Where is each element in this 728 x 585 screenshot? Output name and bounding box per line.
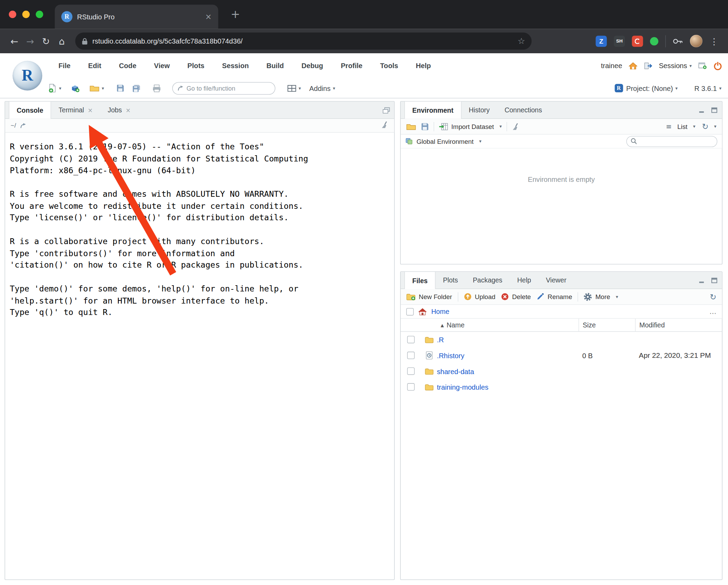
maximize-pane-icon[interactable] bbox=[711, 107, 718, 113]
environment-search-input[interactable] bbox=[639, 138, 713, 145]
clear-environment-broom-icon[interactable] bbox=[512, 123, 520, 130]
tab-files[interactable]: Files bbox=[404, 272, 436, 289]
macos-minimize-button[interactable] bbox=[22, 11, 29, 18]
tab-close-icon[interactable]: × bbox=[205, 13, 212, 21]
new-folder-button[interactable]: New Folder bbox=[406, 293, 452, 301]
tab-packages[interactable]: Packages bbox=[465, 272, 510, 288]
close-icon[interactable]: × bbox=[88, 106, 93, 113]
show-directory-icon[interactable] bbox=[20, 123, 26, 128]
home-icon[interactable] bbox=[418, 308, 427, 315]
panes-layout-button[interactable]: ▾ bbox=[288, 85, 301, 92]
load-workspace-icon[interactable] bbox=[406, 123, 416, 130]
file-link[interactable]: .R bbox=[437, 336, 444, 344]
list-view-button[interactable]: ≡ List ▾ bbox=[666, 122, 695, 131]
tab-terminal[interactable]: Terminal × bbox=[51, 102, 100, 118]
select-all-checkbox[interactable] bbox=[406, 308, 413, 315]
more-menu[interactable]: More ▾ bbox=[584, 292, 618, 301]
maximize-pane-icon[interactable] bbox=[383, 107, 390, 113]
quit-session-icon[interactable] bbox=[713, 61, 722, 71]
back-icon[interactable]: ← bbox=[7, 36, 22, 47]
browser-home-icon[interactable]: ⌂ bbox=[54, 36, 70, 47]
print-button[interactable] bbox=[152, 84, 161, 92]
refresh-files-icon[interactable]: ↻ bbox=[710, 292, 716, 301]
menubar-item-view[interactable]: View bbox=[154, 62, 170, 69]
column-header-name[interactable]: ▲ Name bbox=[437, 319, 579, 331]
maximize-pane-icon[interactable] bbox=[711, 277, 718, 283]
new-file-button[interactable]: ▾ bbox=[48, 84, 62, 93]
rename-button[interactable]: Rename bbox=[536, 293, 572, 301]
import-dataset-button[interactable]: Import Dataset ▾ bbox=[439, 123, 502, 130]
breadcrumb-more-button[interactable]: … bbox=[709, 307, 716, 316]
menubar-item-help[interactable]: Help bbox=[416, 62, 431, 69]
row-checkbox[interactable] bbox=[407, 368, 415, 375]
close-icon[interactable]: × bbox=[126, 106, 131, 113]
new-tab-button[interactable]: + bbox=[228, 7, 244, 21]
row-checkbox[interactable] bbox=[407, 352, 415, 359]
browser-tab[interactable]: R RStudio Pro × bbox=[55, 4, 218, 29]
tab-jobs-label: Jobs bbox=[108, 106, 122, 113]
new-project-button[interactable] bbox=[71, 84, 79, 92]
column-header-modified[interactable]: Modified bbox=[635, 319, 722, 331]
macos-zoom-button[interactable] bbox=[36, 11, 43, 18]
menubar-item-code[interactable]: Code bbox=[119, 62, 136, 69]
column-header-size[interactable]: Size bbox=[579, 319, 635, 331]
file-link[interactable]: shared-data bbox=[437, 367, 474, 375]
menubar-item-build[interactable]: Build bbox=[266, 62, 284, 69]
tab-jobs[interactable]: Jobs × bbox=[100, 102, 138, 118]
macos-close-button[interactable] bbox=[9, 11, 16, 18]
environment-scope-row: Global Environment ▾ bbox=[401, 134, 722, 148]
extension-sh-icon[interactable]: SH bbox=[614, 36, 625, 47]
user-home-icon[interactable] bbox=[629, 62, 637, 69]
minimize-pane-icon[interactable] bbox=[698, 107, 705, 113]
key-icon[interactable] bbox=[673, 38, 683, 44]
delete-button[interactable]: Delete bbox=[501, 293, 531, 301]
rstudio-header: R File Edit Code View Plots Session Buil… bbox=[0, 53, 728, 98]
r-version-menu[interactable]: R 3.6.1 ▾ bbox=[694, 84, 721, 92]
addins-menu[interactable]: Addins ▾ bbox=[309, 84, 335, 92]
refresh-environment-button[interactable]: ↻ ▾ bbox=[702, 122, 716, 131]
save-all-button[interactable] bbox=[132, 84, 141, 92]
sessions-menu[interactable]: Sessions ▾ bbox=[659, 62, 692, 69]
save-button[interactable] bbox=[116, 84, 125, 92]
browser-menu-icon[interactable]: ⋮ bbox=[709, 36, 719, 46]
tab-viewer[interactable]: Viewer bbox=[538, 272, 574, 288]
goto-file-input[interactable] bbox=[186, 85, 270, 92]
save-workspace-icon[interactable] bbox=[421, 122, 429, 131]
sign-out-icon[interactable] bbox=[644, 62, 652, 69]
menubar-item-edit[interactable]: Edit bbox=[88, 62, 101, 69]
minimize-pane-icon[interactable] bbox=[698, 277, 705, 283]
menubar-item-file[interactable]: File bbox=[58, 62, 71, 69]
file-link[interactable]: .Rhistory bbox=[437, 351, 464, 359]
address-bar[interactable]: rstudio.ccdatalab.org/s/5c3afcfc78a318b0… bbox=[75, 32, 531, 50]
console-prompt-line[interactable]: > bbox=[10, 330, 390, 342]
open-file-button[interactable]: ▾ bbox=[90, 84, 104, 92]
tab-history[interactable]: History bbox=[461, 102, 497, 118]
profile-avatar[interactable] bbox=[690, 35, 702, 47]
menubar-item-profile[interactable]: Profile bbox=[341, 62, 363, 69]
tab-environment[interactable]: Environment bbox=[404, 102, 462, 119]
extension-green-icon[interactable] bbox=[650, 37, 658, 45]
upload-button[interactable]: Upload bbox=[464, 293, 495, 301]
menubar-item-plots[interactable]: Plots bbox=[188, 62, 204, 69]
console-line: 'citation()' on how to cite R or R packa… bbox=[10, 259, 390, 271]
menubar-item-session[interactable]: Session bbox=[222, 62, 249, 69]
menubar-item-debug[interactable]: Debug bbox=[301, 62, 323, 69]
row-checkbox[interactable] bbox=[407, 336, 415, 343]
extension-red-icon[interactable] bbox=[632, 36, 643, 47]
tab-help[interactable]: Help bbox=[510, 272, 538, 288]
new-session-icon[interactable] bbox=[698, 62, 707, 69]
bookmark-star-icon[interactable]: ☆ bbox=[518, 36, 525, 46]
tab-plots[interactable]: Plots bbox=[436, 272, 465, 288]
project-menu[interactable]: R Project: (None) ▾ bbox=[615, 84, 677, 92]
menubar-item-tools[interactable]: Tools bbox=[380, 62, 398, 69]
environment-scope-menu[interactable]: Global Environment ▾ bbox=[417, 138, 482, 145]
tab-connections[interactable]: Connections bbox=[497, 102, 549, 118]
breadcrumb-home-link[interactable]: Home bbox=[431, 308, 449, 315]
row-checkbox[interactable] bbox=[407, 383, 415, 390]
file-link[interactable]: training-modules bbox=[437, 383, 489, 391]
forward-icon[interactable]: → bbox=[22, 36, 38, 47]
extension-z-icon[interactable]: Z bbox=[596, 36, 607, 47]
reload-icon[interactable]: ↻ bbox=[38, 36, 54, 47]
clear-console-broom-icon[interactable] bbox=[381, 121, 389, 128]
tab-console[interactable]: Console bbox=[9, 102, 51, 119]
